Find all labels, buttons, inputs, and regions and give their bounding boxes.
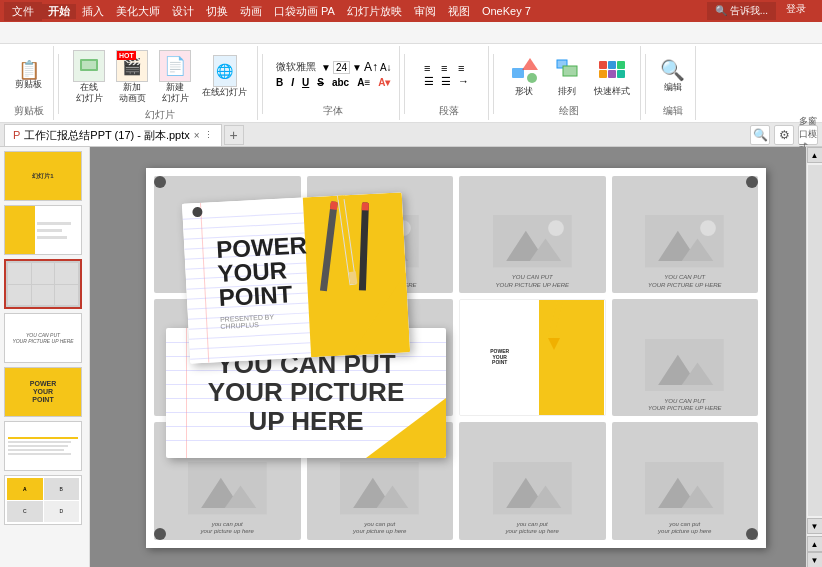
align-center-icon[interactable]: ≡ <box>441 62 457 74</box>
slide-thumb-6[interactable] <box>4 421 82 471</box>
sep4 <box>493 54 494 114</box>
online-slides-label: 在线幻灯片 <box>76 82 103 104</box>
menu-beautify[interactable]: 美化大师 <box>110 4 166 19</box>
numbering-icon[interactable]: ☰ <box>441 75 457 88</box>
quick-styles-button[interactable]: 快速样式 <box>590 52 634 99</box>
slide-thumb-2[interactable] <box>4 205 82 255</box>
cell-text-2-4: YOU CAN PUTYOUR PICTURE UP HERE <box>648 398 721 412</box>
sep5 <box>645 54 646 114</box>
slide-thumb-1[interactable]: 幻灯片1 <box>4 151 82 201</box>
settings-icon-btn[interactable]: ⚙ <box>774 125 794 145</box>
svg-rect-2 <box>512 68 524 78</box>
add-tab-button[interactable]: + <box>224 125 244 145</box>
font-size-increase[interactable]: A↑ <box>364 60 378 74</box>
new-slide-button[interactable]: 📄 新建幻灯片 <box>155 48 195 106</box>
slide-panel: 幻灯片1 <box>0 147 90 567</box>
scroll-up-btn[interactable]: ▲ <box>807 147 823 163</box>
menu-insert[interactable]: 插入 <box>76 4 110 19</box>
font-size-decrease[interactable]: A↓ <box>380 62 392 73</box>
thumb2-line2 <box>37 229 62 232</box>
menu-design[interactable]: 设计 <box>166 4 200 19</box>
italic-button[interactable]: I <box>288 76 297 89</box>
slide-thumb-5[interactable]: POWERYOURPOINT <box>4 367 82 417</box>
thumb5-text: POWERYOURPOINT <box>30 380 56 403</box>
right-scrollbar: ▲ ▼ ▲ ▼ <box>806 147 822 567</box>
font-size-input[interactable]: 24 <box>333 61 350 74</box>
mountain-icon-7 <box>616 332 755 398</box>
help-btn[interactable]: 🔍 告诉我... <box>707 2 776 20</box>
search-icon-btn[interactable]: 🔍 <box>750 125 770 145</box>
font-color-button[interactable]: A▾ <box>375 76 393 89</box>
card-right <box>303 192 410 357</box>
ribbon: 📋 剪贴板 剪贴板 在线幻灯片 🎬 HOT <box>0 22 822 123</box>
char-spacing-button[interactable]: A≡ <box>354 76 373 89</box>
new-animation-icon: 🎬 HOT <box>116 50 148 82</box>
large-card-text-wrap: YOU CAN PUT YOUR PICTURE UP HERE <box>176 350 436 436</box>
svg-point-22 <box>700 221 716 237</box>
edit-label: 编辑 <box>664 82 682 93</box>
grid-cell-2-3: POWERYOURPOINT <box>459 299 606 416</box>
align-left-icon[interactable]: ≡ <box>424 62 440 74</box>
arrange-button[interactable]: 排列 <box>547 52 587 99</box>
paste-button[interactable]: 📋 剪贴板 <box>11 59 46 92</box>
drawing-group-label: 绘图 <box>559 104 579 118</box>
thumb1-text: 幻灯片1 <box>32 172 53 181</box>
thumb6-line5 <box>8 453 71 455</box>
bullets-icon[interactable]: ☰ <box>424 75 440 88</box>
multiwindow-btn[interactable]: 多窗口模式 <box>798 125 818 145</box>
pencil-yellow <box>336 192 356 285</box>
login-btn[interactable]: 登录 <box>780 2 812 20</box>
scroll-down-btn[interactable]: ▼ <box>807 518 823 534</box>
menu-onekey[interactable]: OneKey 7 <box>476 5 537 17</box>
menu-pocketanimation[interactable]: 口袋动画 PA <box>268 4 341 19</box>
underline-button[interactable]: U <box>299 76 312 89</box>
font-size-btn[interactable]: ▼ <box>321 62 331 73</box>
bold-button[interactable]: B <box>273 76 286 89</box>
canvas-area: ▲ ▼ ▲ ▼ <box>90 147 822 567</box>
sep3 <box>404 54 405 114</box>
slides-buttons: 在线幻灯片 🎬 HOT 新加动画页 📄 新建幻灯片 <box>69 48 251 106</box>
text-shadow-button[interactable]: abc <box>329 76 352 89</box>
edit-button[interactable]: 🔍 编辑 <box>656 56 689 95</box>
tab-drag-handle[interactable]: ⋮ <box>204 130 213 140</box>
menu-file[interactable]: 文件 <box>4 2 42 21</box>
grid-cell-1-3: YOU CAN PUTYOUR PICTURE UP HERE <box>459 176 606 293</box>
new-animation-button[interactable]: 🎬 HOT 新加动画页 <box>112 48 152 106</box>
menu-review[interactable]: 审阅 <box>408 4 442 19</box>
svg-rect-29 <box>548 300 564 340</box>
tab-close-button[interactable]: × <box>194 130 200 141</box>
shapes-button[interactable]: 形状 <box>504 52 544 99</box>
cell-text-1-3: YOU CAN PUTYOUR PICTURE UP HERE <box>496 274 569 288</box>
thumb3-cell3 <box>55 263 78 284</box>
thumb7-c4: D <box>44 501 80 523</box>
font-size-dropdown[interactable]: ▼ <box>352 62 362 73</box>
menu-view[interactable]: 视图 <box>442 4 476 19</box>
online-slides-button[interactable]: 在线幻灯片 <box>69 48 109 106</box>
doc-tab-title: 工作汇报总结PPT (17) - 副本.pptx <box>24 128 189 143</box>
arrange-icon <box>551 54 583 86</box>
grid-cell-3-4: you can putyour picture up here <box>612 422 759 539</box>
pin-bottom-left <box>154 528 166 540</box>
menu-home[interactable]: 开始 <box>42 4 76 19</box>
menu-slideshow[interactable]: 幻灯片放映 <box>341 4 408 19</box>
scroll-extra1[interactable]: ▲ <box>807 536 823 552</box>
scroll-thumb[interactable] <box>808 165 822 516</box>
shapes-icon <box>508 54 540 86</box>
doc-tab[interactable]: P 工作汇报总结PPT (17) - 副本.pptx × ⋮ <box>4 124 222 146</box>
menu-transition[interactable]: 切换 <box>200 4 234 19</box>
align-right-icon[interactable]: ≡ <box>458 62 474 74</box>
menu-animation[interactable]: 动画 <box>234 4 268 19</box>
online-slide2-button[interactable]: 🌐 在线幻灯片 <box>198 53 251 100</box>
scroll-extra2[interactable]: ▼ <box>807 552 823 567</box>
slide-thumb-7[interactable]: A B C D <box>4 475 82 525</box>
slide-thumb-4[interactable]: YOU CAN PUTYOUR PICTURE UP HERE <box>4 313 82 363</box>
thumb7-c3: C <box>7 501 43 523</box>
pencil-dark-cap <box>362 202 369 210</box>
strikethrough-button[interactable]: S <box>314 76 327 89</box>
sep2 <box>262 54 263 114</box>
new-slide-label: 新建幻灯片 <box>162 82 189 104</box>
font-name-btn[interactable]: 微软雅黑 <box>273 60 319 74</box>
indent-icon[interactable]: → <box>458 75 474 88</box>
slide-thumb-3[interactable] <box>4 259 82 309</box>
marker-1 <box>320 201 338 291</box>
